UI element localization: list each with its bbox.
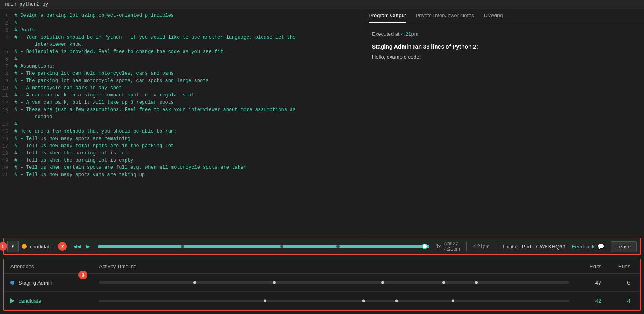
- table-row: 20 # - Tell us when certain spots are fu…: [0, 164, 362, 172]
- table-row: 3 # Goals:: [0, 27, 362, 34]
- tab-program-output[interactable]: Program Output: [369, 12, 406, 23]
- leave-button[interactable]: Leave: [611, 241, 637, 252]
- timeline-dot: [193, 281, 196, 284]
- attendee-timeline-candidate: [99, 300, 569, 302]
- table-row: 4 # - Your solution should be in Python …: [0, 34, 362, 41]
- attendee-edits-candidate: 42: [569, 298, 601, 304]
- feedback-label: Feedback: [572, 244, 594, 250]
- right-content: Executed at 4:21pm Staging Admin ran 33 …: [362, 23, 644, 238]
- badge-3: 3: [78, 271, 87, 279]
- attendee-name-candidate: candidate: [19, 298, 103, 304]
- timeline-dot: [442, 281, 445, 284]
- output-heading: Staging Admin ran 33 lines of Python 2:: [372, 43, 634, 50]
- timeline-dot: [381, 281, 384, 284]
- right-tabs: Program Output Private Interviewer Notes…: [362, 9, 644, 23]
- attendee-info-candidate: candidate: [10, 298, 99, 304]
- pad-name: Untitled Pad - CWKKHQ63: [503, 244, 565, 250]
- col-header-edits: Edits: [569, 263, 601, 269]
- table-row: 12 # - A van can park, but it will take …: [0, 99, 362, 107]
- tab-private-notes[interactable]: Private Interviewer Notes: [416, 12, 474, 23]
- attendee-runs-candidate: 4: [601, 298, 634, 304]
- right-panel: Program Output Private Interviewer Notes…: [362, 9, 644, 238]
- playback-controls: ◀◀ ▶: [72, 242, 91, 251]
- table-row: 17 # - Tell us how many total spots are …: [0, 143, 362, 150]
- file-tab-bar: main_python2.py: [0, 0, 644, 9]
- table-row: 5 # - Boilerplate is provided. Feel free…: [0, 49, 362, 56]
- attendee-edits-admin: 47: [569, 279, 601, 286]
- table-row: 14 #: [0, 121, 362, 128]
- col-header-runs: Runs: [601, 263, 634, 269]
- separator: [466, 242, 467, 251]
- editor-panel: 1 # Design a parking lot using object-or…: [0, 9, 362, 238]
- attendee-runs-admin: 6: [601, 279, 634, 286]
- code-area[interactable]: 1 # Design a parking lot using object-or…: [0, 9, 362, 238]
- col-header-attendees: Attendees: [10, 263, 99, 269]
- executed-at-line: Executed at 4:21pm: [372, 31, 634, 37]
- rewind-button[interactable]: ◀◀: [72, 242, 83, 251]
- feedback-icon: 💬: [597, 243, 604, 250]
- table-row: 7 # Assumptions:: [0, 63, 362, 70]
- speed-label: 1x: [436, 244, 441, 249]
- progress-dot-2: [280, 245, 283, 248]
- table-row: 16 # - Tell us how many spots are remain…: [0, 135, 362, 143]
- attendee-info-admin: Staging Admin: [10, 280, 99, 286]
- table-row: 15 # Here are a few methods that you sho…: [0, 128, 362, 135]
- table-row: interviewer know.: [0, 41, 362, 49]
- tab-drawing[interactable]: Drawing: [484, 12, 503, 23]
- table-row: 13 # - These are just a few assumptions.…: [0, 107, 362, 114]
- playback-time-right: 4:21pm: [473, 244, 489, 249]
- main-area: 1 # Design a parking lot using object-or…: [0, 9, 644, 238]
- timeline-dot: [362, 300, 365, 302]
- table-row: needed: [0, 114, 362, 121]
- candidate-dot: [22, 244, 27, 249]
- progress-thumb: [422, 244, 427, 249]
- timeline-dot: [475, 281, 478, 284]
- table-row: 10 # - A motorcycle can park in any spot: [0, 85, 362, 92]
- attendees-panel: 3 Attendees Activity Timeline Edits Runs…: [3, 259, 641, 311]
- dropdown-button[interactable]: ▼: [7, 241, 19, 252]
- attendee-row-candidate: candidate 42 4: [4, 292, 640, 310]
- output-text: Hello, example code!: [372, 54, 634, 60]
- attendee-name-admin: Staging Admin: [19, 280, 103, 286]
- table-row: 6 #: [0, 56, 362, 63]
- attendee-icon-green: [10, 298, 14, 303]
- attendee-timeline-admin: [99, 281, 569, 284]
- playback-date: Apr 27 4:21pm: [444, 241, 460, 252]
- feedback-button[interactable]: Feedback 💬: [568, 242, 607, 251]
- table-row: 1 # Design a parking lot using object-or…: [0, 12, 362, 20]
- executed-label: Executed at: [372, 31, 400, 37]
- col-header-timeline: Activity Timeline: [99, 263, 569, 269]
- timeline-bar-admin: [99, 281, 569, 284]
- timeline-dot: [264, 300, 266, 302]
- table-row: 8 # - The parking lot can hold motorcycl…: [0, 70, 362, 78]
- progress-dot-1: [181, 245, 184, 248]
- file-tab-name[interactable]: main_python2.py: [5, 2, 48, 7]
- table-row: 2 #: [0, 20, 362, 27]
- badge-2: 2: [58, 242, 67, 251]
- table-row: 19 # - Tell us when the parking lot is e…: [0, 157, 362, 164]
- play-button[interactable]: ▶: [85, 242, 92, 251]
- table-row: 11 # - A car can park in a single compac…: [0, 92, 362, 99]
- progress-dot-3: [336, 245, 340, 248]
- timeline-dot: [395, 300, 398, 302]
- table-row: 9 # - The parking lot has motorcycle spo…: [0, 78, 362, 85]
- separator-2: [496, 242, 496, 251]
- badge-1: 1: [0, 242, 7, 251]
- progress-bar[interactable]: [98, 245, 429, 248]
- attendee-icon-blue: [10, 281, 14, 285]
- timeline-bar-candidate: [99, 300, 569, 302]
- playback-bar: 1 ▼ candidate 2 ◀◀ ▶ 1x Apr 27 4:21pm 4:…: [3, 238, 641, 255]
- candidate-label: candidate: [30, 244, 52, 250]
- timeline-dot: [452, 300, 454, 302]
- attendee-row-staging-admin: Staging Admin 47 6: [4, 274, 640, 292]
- attendees-header: Attendees Activity Timeline Edits Runs: [4, 259, 640, 274]
- table-row: 21 # - Tell us how many spots vans are t…: [0, 172, 362, 179]
- table-row: 18 # - Tell us when the parking lot is f…: [0, 150, 362, 157]
- executed-time: 4:21pm: [401, 31, 418, 37]
- timeline-dot: [273, 281, 276, 284]
